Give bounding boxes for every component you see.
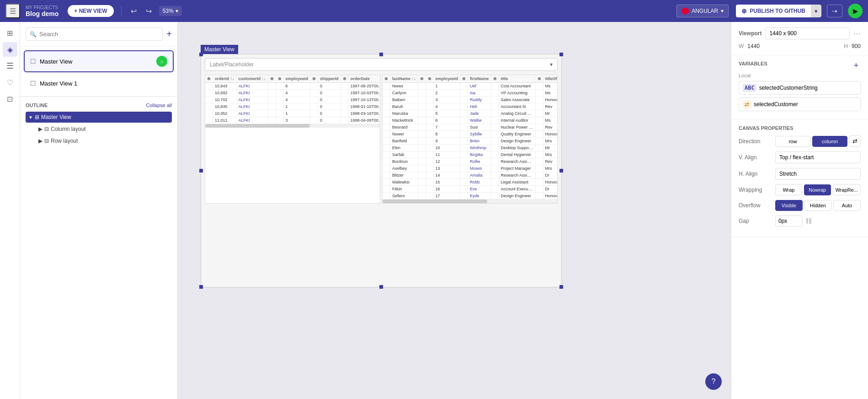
th2-lastname: lastName ↑↓ xyxy=(390,75,418,83)
resize-handle-tr[interactable] xyxy=(559,53,563,56)
th2-i3: ⊕ xyxy=(460,75,468,83)
halign-select[interactable]: Stretch Left / flex-start Center Right /… xyxy=(775,168,861,180)
project-info: MY PROJECTS Blog demo xyxy=(26,5,59,17)
table-row: Carlyon2IsaVP AccountingMs xyxy=(383,90,558,97)
valign-select[interactable]: Top / flex-start Center Bottom / flex-en… xyxy=(775,151,861,163)
row-direction-button[interactable]: row xyxy=(775,136,810,147)
publish-split-button[interactable]: ▾ xyxy=(811,5,821,17)
add-view-button[interactable]: + xyxy=(166,29,172,39)
add-variable-button[interactable]: + xyxy=(852,61,861,70)
nowrap-button[interactable]: Nowrap xyxy=(804,184,831,195)
resize-handle-tl[interactable] xyxy=(199,53,203,56)
sidebar-item-layers[interactable]: ☰ xyxy=(3,59,17,73)
search-input-wrap: 🔍 xyxy=(26,27,163,41)
view-label: Master View xyxy=(40,58,153,65)
th-customerid: customerId ↑↓ xyxy=(236,75,268,83)
viewport-row: Viewport 1440 x 900 1920 x 1080 375 x 81… xyxy=(739,27,861,39)
wrapre-button[interactable]: WrapRe... xyxy=(833,184,861,195)
table-row: Maruska5JadeAnalog Circuit De...Mr xyxy=(383,110,558,117)
caret-icon3[interactable]: ▶ xyxy=(38,138,43,144)
dropdown-label: Label/Placeholder xyxy=(210,61,550,68)
share-button[interactable]: ⇢ xyxy=(827,5,842,17)
wrap-button[interactable]: Wrap xyxy=(775,184,802,195)
abc-icon: ABC xyxy=(743,84,756,92)
outline-item-column-layout[interactable]: ▶ ⊟ Column layout xyxy=(26,124,172,135)
sidebar-item-favorites[interactable]: ♡ xyxy=(3,75,17,90)
header-separator xyxy=(121,5,122,16)
viewport-more-icon[interactable]: ⋯ xyxy=(853,29,861,38)
zoom-control[interactable]: 53% ▾ xyxy=(159,6,182,16)
overflow-hidden-button[interactable]: Hidden xyxy=(804,200,832,211)
table-row: 10,692ALFKI401997-10-03T00... xyxy=(205,90,380,97)
viewport-select[interactable]: 1440 x 900 1920 x 1080 375 x 812 xyxy=(765,27,850,39)
table-row: Walewksi15RobbLegal AssistantHonorable xyxy=(383,179,558,186)
table-row: Nower8SybilleQuality EngineerHonorable xyxy=(383,131,558,138)
table-row: Baruh4HeliAccountant IIIRev xyxy=(383,103,558,110)
outline-item-row-label: Row layout xyxy=(51,138,78,144)
gap-label: Gap xyxy=(739,218,775,224)
resize-handle-bc[interactable] xyxy=(379,285,383,289)
overflow-visible-button[interactable]: Visible xyxy=(775,200,803,211)
resize-handle-br[interactable] xyxy=(559,285,563,289)
table-row: Besnard7SusiNuclear Power E...Rev xyxy=(383,124,558,131)
collapse-all-button[interactable]: Collapse all xyxy=(146,102,172,108)
th2-i2: ⊕ xyxy=(426,75,433,83)
canvas-area: Master View Label/Placeholder xyxy=(178,22,731,399)
table2-scrollbar[interactable] xyxy=(383,200,557,203)
overflow-auto-button[interactable]: Auto xyxy=(833,200,861,211)
resize-handle-tc[interactable] xyxy=(379,53,383,56)
direction-buttons: row column xyxy=(775,136,847,147)
outline-item-row-layout[interactable]: ▶ ⊟ Row layout xyxy=(26,135,172,146)
link-icon[interactable]: ⛓ xyxy=(805,217,812,225)
search-input[interactable] xyxy=(39,31,159,38)
sidebar-item-pages[interactable]: ⊞ xyxy=(3,26,17,40)
sidebar-item-assets[interactable]: ⊡ xyxy=(3,92,17,106)
valign-label: V. Align xyxy=(739,154,775,161)
th2-i4: ⊕ xyxy=(491,75,499,83)
table-row: Elen10WinthropDesktop Support...Mr xyxy=(383,145,558,151)
table-row: 10,702ALFKI401997-10-13T00... xyxy=(205,97,380,103)
resize-handle-bl[interactable] xyxy=(199,285,203,289)
caret-icon2[interactable]: ▶ xyxy=(38,126,43,132)
play-button[interactable]: ▶ xyxy=(848,4,863,18)
th-i2: ⊕ xyxy=(276,75,283,83)
caret-icon[interactable]: ▼ xyxy=(28,115,33,120)
canvas-properties-section: CANVAS PROPERTIES Direction row column ⇄… xyxy=(731,120,868,237)
column-direction-button[interactable]: column xyxy=(812,136,847,147)
undo-button[interactable]: ↩ xyxy=(129,5,138,17)
redo-button[interactable]: ↪ xyxy=(144,5,154,17)
table1-scrollbar-thumb xyxy=(205,124,310,128)
view-actions: ⌂ xyxy=(156,56,167,67)
view-item-master[interactable]: ☐ Master View ⌂ xyxy=(24,50,174,72)
th2-title: title xyxy=(499,75,535,83)
publish-button[interactable]: ⊕ PUBLISH TO GITHUB xyxy=(736,5,811,17)
gap-input[interactable] xyxy=(775,216,803,226)
master-view-frame: Label/Placeholder ▾ ⊕ xyxy=(201,54,562,287)
view-item-master1[interactable]: ☐ Master View 1 xyxy=(24,74,174,92)
table1-scrollbar[interactable] xyxy=(205,124,380,128)
menu-icon[interactable]: ☰ xyxy=(5,4,20,18)
th2-i5: ⊕ xyxy=(535,75,543,83)
variable-item-object[interactable]: ⇄ selectedCustomer xyxy=(739,97,861,111)
variable-item-string[interactable]: ABC selectedCustomerString xyxy=(739,81,861,95)
new-view-button[interactable]: + NEW VIEW xyxy=(68,5,113,17)
variables-section: VARIABLES + Local ABC selectedCustomerSt… xyxy=(731,55,868,120)
w-value: 1440 xyxy=(747,43,760,49)
th-employeeid: employeeId xyxy=(283,75,310,83)
angular-selector[interactable]: ANGULAR ▾ xyxy=(676,5,729,17)
local-label: Local xyxy=(739,73,861,78)
variable-name-string: selectedCustomerString xyxy=(759,85,818,91)
view-home-button[interactable]: ⌂ xyxy=(156,56,167,67)
outline-header: OUTLINE Collapse all xyxy=(26,102,172,108)
swap-direction-button[interactable]: ⇄ xyxy=(849,135,861,147)
resize-handle-mr[interactable] xyxy=(559,169,563,173)
header: ☰ MY PROJECTS Blog demo + NEW VIEW ↩ ↪ 5… xyxy=(0,0,868,22)
sidebar-item-components[interactable]: ◈ xyxy=(3,42,17,57)
outline-item-master-view[interactable]: ▼ ⊞ Master View xyxy=(26,112,172,123)
help-button[interactable]: ? xyxy=(705,373,722,390)
row-layout-icon: ⊟ xyxy=(44,138,49,144)
master-view-label: Master View xyxy=(201,45,238,54)
dropdown-row[interactable]: Label/Placeholder ▾ xyxy=(205,58,558,71)
th-orderid: orderId ↑↓ xyxy=(213,75,237,83)
resize-handle-ml[interactable] xyxy=(199,169,203,173)
